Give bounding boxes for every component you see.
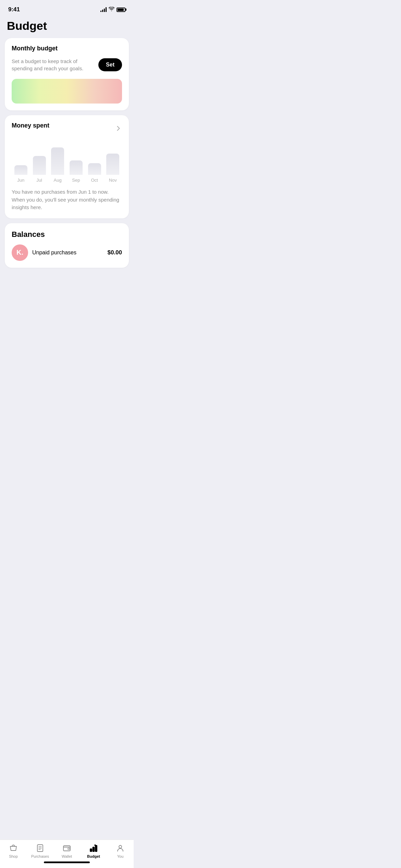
money-spent-card: Money spent Jun Jul Aug — [5, 115, 129, 218]
budget-description: Set a budget to keep track of spending a… — [12, 58, 98, 72]
bar-jun-bar — [14, 165, 27, 175]
set-budget-button[interactable]: Set — [98, 58, 122, 71]
budget-gradient-bar — [12, 79, 122, 104]
balances-card: Balances K. Unpaid purchases $0.00 — [5, 223, 129, 268]
spending-chart: Jun Jul Aug Sep Oct Nov — [12, 142, 122, 183]
bar-sep: Sep — [67, 160, 85, 183]
bar-nov-bar — [106, 154, 119, 175]
bar-aug: Aug — [48, 147, 67, 183]
money-spent-title: Money spent — [12, 122, 49, 129]
page-title: Budget — [0, 16, 134, 38]
bar-oct: Oct — [85, 163, 104, 183]
bar-oct-bar — [88, 163, 101, 175]
bar-jun-label: Jun — [17, 178, 24, 183]
bar-oct-label: Oct — [91, 178, 98, 183]
bar-jun: Jun — [12, 165, 30, 183]
money-spent-header: Money spent — [12, 122, 122, 135]
klarna-avatar: K. — [12, 244, 28, 261]
battery-icon — [117, 8, 125, 12]
monthly-budget-card: Monthly budget Set a budget to keep trac… — [5, 38, 129, 110]
balance-amount: $0.00 — [107, 249, 122, 256]
bar-nov: Nov — [104, 154, 122, 183]
bar-aug-label: Aug — [54, 178, 62, 183]
bar-sep-label: Sep — [72, 178, 80, 183]
bar-nov-label: Nov — [109, 178, 117, 183]
balance-left: K. Unpaid purchases — [12, 244, 76, 261]
balance-row: K. Unpaid purchases $0.00 — [12, 244, 122, 261]
money-spent-chevron[interactable] — [114, 125, 122, 132]
budget-row: Set a budget to keep track of spending a… — [12, 58, 122, 72]
klarna-avatar-text: K. — [16, 249, 23, 256]
bar-jul-label: Jul — [36, 178, 42, 183]
status-icons — [100, 7, 125, 12]
balances-title: Balances — [12, 230, 122, 239]
signal-icon — [100, 7, 107, 12]
status-time: 9:41 — [8, 6, 20, 13]
no-purchases-text: You have no purchases from Jun 1 to now.… — [12, 188, 122, 212]
bar-aug-bar — [51, 147, 64, 175]
bar-sep-bar — [70, 160, 83, 175]
balance-label: Unpaid purchases — [32, 250, 76, 256]
monthly-budget-title: Monthly budget — [12, 45, 122, 52]
bar-jul-bar — [33, 156, 46, 175]
status-bar: 9:41 — [0, 0, 134, 16]
bar-jul: Jul — [30, 156, 49, 183]
wifi-icon — [109, 7, 114, 12]
